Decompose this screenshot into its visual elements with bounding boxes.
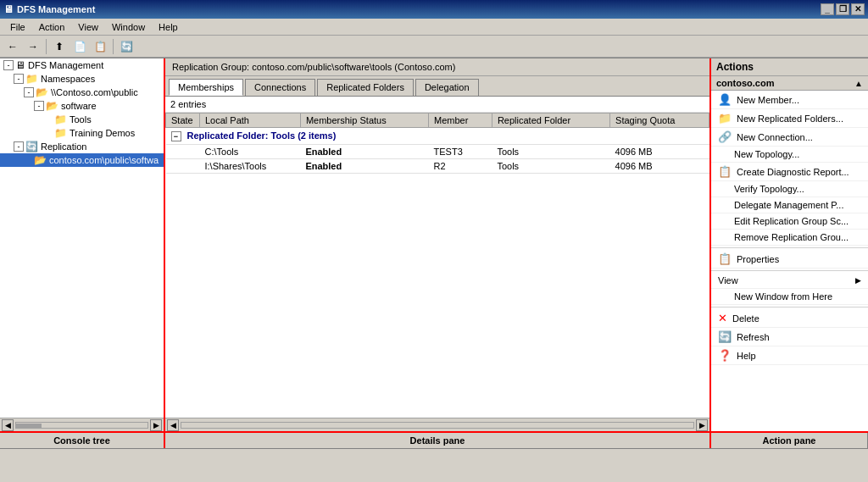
- tree-item-contoso-public[interactable]: - 📂 \\Contoso.com\public: [0, 86, 164, 99]
- back-button[interactable]: ←: [3, 38, 22, 55]
- action-properties[interactable]: 📋 Properties: [711, 250, 868, 269]
- cell-replicated-folder-2: Tools: [492, 159, 609, 174]
- console-tree-panel: - 🖥 DFS Management - 📁 Namespaces - 📂 \\…: [0, 58, 165, 431]
- tree-label-dfs-mgmt: DFS Management: [28, 60, 103, 70]
- tab-replicated-folders[interactable]: Replicated Folders: [317, 79, 414, 96]
- console-tree-label: Console tree: [0, 433, 165, 448]
- col-membership-status: Membership Status: [300, 114, 428, 128]
- tree-item-contoso-softwa[interactable]: 📂 contoso.com\public\softwa: [0, 153, 164, 167]
- cell-state-1: [166, 145, 200, 159]
- properties-button[interactable]: 📋: [91, 38, 109, 55]
- help-icon: ❓: [718, 349, 732, 362]
- action-separator-3: [711, 307, 868, 307]
- new-replicated-folders-icon: 📁: [718, 112, 732, 125]
- replication-group-title: Replication Group: contoso.com/public\so…: [172, 62, 455, 72]
- action-refresh[interactable]: 🔄 Refresh: [711, 328, 868, 346]
- action-label-new-connection: New Connection...: [737, 132, 813, 142]
- menu-file[interactable]: File: [3, 21, 32, 33]
- console-tree-hscroll[interactable]: ◀ ▶: [0, 418, 164, 431]
- replication-group-header: Replication Group: contoso.com/public\so…: [165, 58, 709, 76]
- delete-icon: ✕: [718, 312, 727, 324]
- action-label-help: Help: [737, 351, 756, 361]
- tree-item-replication[interactable]: - 🔄 Replication: [0, 140, 164, 153]
- tab-memberships[interactable]: Memberships: [169, 79, 243, 96]
- tree-item-dfs-mgmt[interactable]: - 🖥 DFS Management: [0, 58, 164, 72]
- col-state: State: [166, 114, 200, 128]
- action-label-new-topology: New Topology...: [734, 149, 799, 159]
- action-label-verify-topology: Verify Topology...: [734, 184, 804, 194]
- action-view[interactable]: View ▶: [711, 273, 868, 289]
- forward-button[interactable]: →: [24, 38, 42, 55]
- tab-delegation[interactable]: Delegation: [415, 79, 479, 96]
- up-button[interactable]: ⬆: [50, 38, 69, 55]
- group-expand-minus[interactable]: −: [171, 131, 181, 141]
- restore-button[interactable]: ❐: [836, 3, 849, 15]
- action-new-topology[interactable]: New Topology...: [711, 147, 868, 163]
- table-row[interactable]: I:\Shares\Tools Enabled R2 Tools 4096 MB: [166, 159, 709, 174]
- menu-action[interactable]: Action: [32, 21, 72, 33]
- cell-membership-status-1: Enabled: [300, 145, 428, 159]
- expand-dfs[interactable]: -: [3, 60, 14, 70]
- tree-label-namespaces: Namespaces: [41, 74, 95, 84]
- action-edit-replication[interactable]: Edit Replication Group Sc...: [711, 213, 868, 230]
- expand-replication[interactable]: -: [14, 141, 24, 152]
- action-label-delegate-mgmt: Delegate Management P...: [734, 200, 843, 210]
- col-staging-quota: Staging Quota: [610, 114, 709, 128]
- cell-staging-quota-2: 4096 MB: [610, 159, 709, 174]
- action-create-diagnostic[interactable]: 📋 Create Diagnostic Report...: [711, 163, 868, 181]
- tab-connections[interactable]: Connections: [245, 79, 315, 96]
- tree-item-namespaces[interactable]: - 📁 Namespaces: [0, 72, 164, 86]
- action-delegate-mgmt[interactable]: Delegate Management P...: [711, 197, 868, 213]
- minimize-button[interactable]: _: [821, 3, 834, 15]
- tree-item-training[interactable]: 📁 Training Demos: [0, 126, 164, 140]
- details-hscroll-track[interactable]: [181, 422, 694, 429]
- menu-window[interactable]: Window: [105, 21, 152, 33]
- hscroll-left[interactable]: ◀: [2, 419, 14, 431]
- software-icon: 📂: [46, 100, 58, 112]
- action-verify-topology[interactable]: Verify Topology...: [711, 181, 868, 197]
- close-button[interactable]: ✕: [851, 3, 865, 15]
- action-new-replicated-folders[interactable]: 📁 New Replicated Folders...: [711, 109, 868, 128]
- action-label-properties: Properties: [737, 254, 779, 264]
- dfs-mgmt-icon: 🖥: [15, 59, 25, 71]
- tree-item-software[interactable]: - 📂 software: [0, 99, 164, 113]
- properties-icon: 📋: [718, 252, 732, 265]
- details-hscroll-left[interactable]: ◀: [167, 419, 179, 431]
- app-icon: 🖥: [3, 3, 14, 15]
- action-label-refresh: Refresh: [737, 332, 770, 342]
- group-header-label: Replicated Folder: Tools (2 items): [187, 130, 337, 141]
- action-label-create-diagnostic: Create Diagnostic Report...: [737, 167, 849, 177]
- refresh-button[interactable]: 🔄: [117, 38, 136, 55]
- details-scroll[interactable]: State Local Path Membership Status Membe…: [165, 113, 709, 418]
- training-icon: 📁: [54, 127, 67, 139]
- action-new-member[interactable]: 👤 New Member...: [711, 91, 868, 109]
- action-remove-replication[interactable]: Remove Replication Grou...: [711, 230, 868, 246]
- action-delete[interactable]: ✕ Delete: [711, 309, 868, 328]
- menu-help[interactable]: Help: [152, 21, 185, 33]
- section-collapse-icon[interactable]: ▲: [854, 79, 863, 88]
- tree-label-training: Training Demos: [70, 128, 135, 138]
- actions-pane-panel: Actions contoso.com ▲ 👤 New Member... 📁 …: [711, 58, 868, 431]
- cell-state-2: [166, 159, 200, 174]
- menu-view[interactable]: View: [71, 21, 105, 33]
- action-help[interactable]: ❓ Help: [711, 346, 868, 365]
- tree-item-tools[interactable]: 📁 Tools: [0, 113, 164, 126]
- expand-namespaces[interactable]: -: [14, 74, 24, 84]
- details-pane-panel: Replication Group: contoso.com/public\so…: [165, 58, 711, 431]
- hscroll-right[interactable]: ▶: [150, 419, 162, 431]
- action-label-remove-replication: Remove Replication Grou...: [734, 232, 849, 242]
- details-hscroll-right[interactable]: ▶: [696, 419, 708, 431]
- details-hscroll[interactable]: ◀ ▶: [165, 418, 709, 431]
- show-hide-button[interactable]: 📄: [70, 38, 89, 55]
- table-row[interactable]: C:\Tools Enabled TEST3 Tools 4096 MB: [166, 145, 709, 159]
- col-local-path: Local Path: [200, 114, 301, 128]
- expand-contoso[interactable]: -: [24, 87, 34, 97]
- action-separator-2: [711, 270, 868, 271]
- hscroll-track[interactable]: [15, 422, 148, 429]
- actions-title: Actions: [711, 58, 868, 76]
- action-new-window[interactable]: New Window from Here: [711, 289, 868, 305]
- action-new-connection[interactable]: 🔗 New Connection...: [711, 128, 868, 147]
- col-member: Member: [429, 114, 492, 128]
- tree-label-contoso-softwa: contoso.com\public\softwa: [49, 155, 159, 165]
- expand-software[interactable]: -: [34, 101, 44, 111]
